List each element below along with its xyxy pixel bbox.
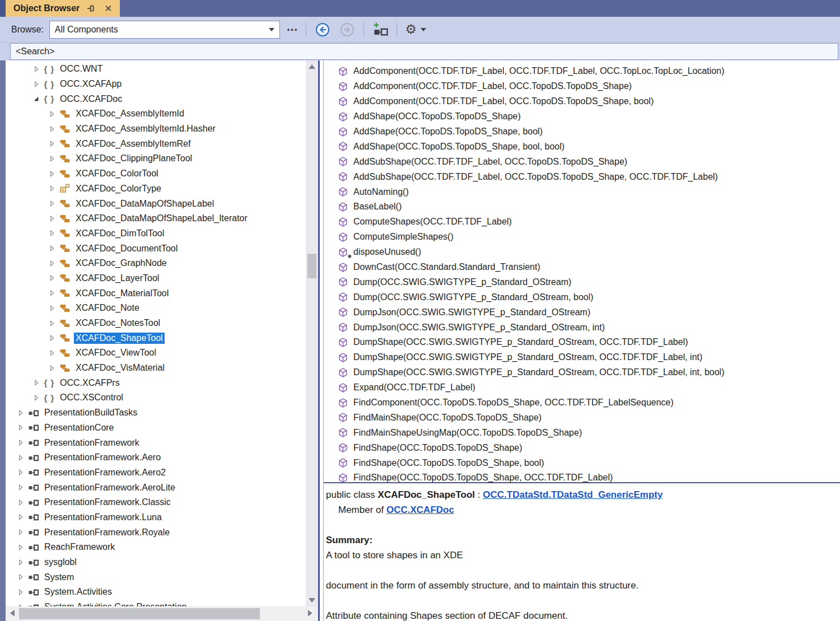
member-item[interactable]: Dump(OCC.SWIG.SWIGTYPE_p_Standard_OStrea… — [338, 290, 840, 305]
close-icon[interactable]: ✕ — [103, 3, 113, 13]
expander-collapsed-icon[interactable] — [47, 199, 56, 208]
tree-item[interactable]: { }OCC.XCAFApp — [6, 77, 306, 92]
tree-item[interactable]: XCAFDoc_NotesTool — [6, 316, 306, 331]
expander-collapsed-icon[interactable] — [31, 80, 40, 88]
expander-collapsed-icon[interactable] — [16, 453, 25, 462]
member-item[interactable]: Expand(OCC.TDF.TDF_Label) — [338, 380, 840, 395]
tree-item[interactable]: XCAFDoc_LayerTool — [6, 271, 306, 286]
member-item[interactable]: FindShape(OCC.TopoDS.TopoDS_Shape, bool) — [338, 455, 840, 470]
expander-collapsed-icon[interactable] — [47, 259, 56, 268]
tree-item[interactable]: XCAFDoc_ClippingPlaneTool — [6, 151, 306, 166]
expander-collapsed-icon[interactable] — [16, 543, 25, 552]
expander-collapsed-icon[interactable] — [16, 483, 25, 492]
scroll-left-arrow[interactable] — [10, 610, 15, 617]
tree-item[interactable]: XCAFDoc_Note — [6, 301, 306, 316]
member-item[interactable]: DownCast(OCC.Standard.Standard_Transient… — [338, 260, 840, 275]
tree-item[interactable]: { }OCC.XCAFDoc — [6, 91, 306, 106]
expander-collapsed-icon[interactable] — [47, 363, 56, 372]
navigate-back-button[interactable] — [310, 21, 335, 39]
namespace-link[interactable]: OCC.XCAFDoc — [386, 505, 454, 515]
horizontal-scrollbar-thumb[interactable] — [19, 608, 260, 619]
tree-item[interactable]: PresentationFramework.Royale — [6, 525, 306, 540]
tree-item[interactable]: XCAFDoc_DataMapOfShapeLabel — [6, 196, 306, 211]
tab-object-browser[interactable]: Object Browser ✕ — [6, 0, 120, 17]
member-item[interactable]: AddSubShape(OCC.TDF.TDF_Label, OCC.TopoD… — [338, 154, 840, 169]
tree-item[interactable]: PresentationFramework.Classic — [6, 495, 306, 510]
expander-collapsed-icon[interactable] — [47, 229, 56, 238]
expander-collapsed-icon[interactable] — [16, 498, 25, 507]
member-item[interactable]: AddShape(OCC.TopoDS.TopoDS_Shape, bool) — [338, 124, 840, 139]
member-item[interactable]: DumpJson(OCC.SWIG.SWIGTYPE_p_Standard_OS… — [338, 320, 840, 335]
expander-collapsed-icon[interactable] — [16, 603, 25, 606]
edit-custom-component-set-button[interactable]: ••• — [283, 21, 302, 39]
browse-scope-combobox[interactable]: All Components — [49, 21, 280, 39]
navigate-forward-button[interactable] — [335, 21, 360, 39]
expander-collapsed-icon[interactable] — [47, 334, 56, 343]
tree-item[interactable]: PresentationBuildTasks — [6, 405, 306, 421]
member-item[interactable]: FindComponent(OCC.TopoDS.TopoDS_Shape, O… — [338, 395, 840, 410]
scroll-down-arrow[interactable] — [309, 598, 315, 603]
tree-item[interactable]: XCAFDoc_GraphNode — [6, 256, 306, 271]
expander-collapsed-icon[interactable] — [16, 587, 25, 596]
pane-splitter[interactable] — [318, 60, 324, 621]
tree-item[interactable]: XCAFDoc_ViewTool — [6, 345, 306, 361]
member-item[interactable]: DumpShape(OCC.SWIG.SWIGTYPE_p_Standard_O… — [338, 350, 840, 365]
expander-collapsed-icon[interactable] — [47, 124, 56, 133]
tree-item[interactable]: System — [6, 569, 306, 585]
tree-item[interactable]: { }OCC.XSControl — [6, 390, 306, 405]
tree-item[interactable]: XCAFDoc_DocumentTool — [6, 241, 306, 256]
member-item[interactable]: AddSubShape(OCC.TDF.TDF_Label, OCC.TopoD… — [338, 169, 840, 184]
expander-collapsed-icon[interactable] — [16, 408, 25, 417]
tree-item[interactable]: ReachFramework — [6, 540, 306, 555]
expander-collapsed-icon[interactable] — [47, 274, 56, 283]
expander-collapsed-icon[interactable] — [47, 214, 56, 223]
expander-collapsed-icon[interactable] — [47, 154, 56, 163]
expander-collapsed-icon[interactable] — [16, 528, 25, 537]
expander-collapsed-icon[interactable] — [16, 468, 25, 477]
tree-vertical-scrollbar[interactable] — [306, 60, 318, 606]
expander-collapsed-icon[interactable] — [47, 184, 56, 193]
member-item[interactable]: BaseLabel() — [338, 199, 840, 214]
tree-item[interactable]: PresentationFramework.Aero2 — [6, 465, 306, 480]
member-item[interactable]: FindShape(OCC.TopoDS.TopoDS_Shape) — [338, 440, 840, 455]
member-item[interactable]: AddComponent(OCC.TDF.TDF_Label, OCC.Topo… — [338, 94, 840, 109]
tree-item[interactable]: XCAFDoc_ShapeTool — [6, 330, 306, 345]
member-item[interactable]: AutoNaming() — [338, 184, 840, 199]
member-item[interactable]: Dump(OCC.SWIG.SWIGTYPE_p_Standard_OStrea… — [338, 274, 840, 290]
tree-item[interactable]: sysglobl — [6, 555, 306, 570]
member-item[interactable]: FindMainShape(OCC.TopoDS.TopoDS_Shape) — [338, 410, 840, 425]
member-item[interactable]: AddShape(OCC.TopoDS.TopoDS_Shape, bool, … — [338, 139, 840, 154]
tree-item[interactable]: PresentationFramework.Aero — [6, 450, 306, 465]
tree-item[interactable]: XCAFDoc_AssemblyItemId — [6, 106, 306, 122]
expander-collapsed-icon[interactable] — [47, 304, 56, 312]
expander-collapsed-icon[interactable] — [47, 109, 56, 118]
expander-collapsed-icon[interactable] — [16, 423, 25, 432]
pin-icon[interactable] — [86, 3, 96, 13]
expander-collapsed-icon[interactable] — [31, 379, 40, 387]
vertical-scrollbar-thumb[interactable] — [307, 254, 316, 278]
expander-expanded-icon[interactable] — [31, 95, 40, 104]
expander-collapsed-icon[interactable] — [47, 169, 56, 178]
base-class-link[interactable]: OCC.TDataStd.TDataStd_GenericEmpty — [483, 489, 662, 500]
tree-item[interactable]: XCAFDoc_ColorTool — [6, 166, 306, 181]
expander-collapsed-icon[interactable] — [31, 64, 40, 73]
expander-collapsed-icon[interactable] — [47, 244, 56, 253]
tree-item[interactable]: System.Activities — [6, 585, 306, 600]
tree-item[interactable]: { }OCC.WNT — [6, 62, 306, 77]
expander-collapsed-icon[interactable] — [47, 348, 56, 357]
expander-collapsed-icon[interactable] — [47, 139, 56, 148]
expander-collapsed-icon[interactable] — [16, 573, 25, 582]
tree-item[interactable]: XCAFDoc_AssemblyItemRef — [6, 136, 306, 151]
tree-item[interactable]: PresentationFramework.AeroLite — [6, 480, 306, 495]
tree-item[interactable]: XCAFDoc_DataMapOfShapeLabel_Iterator — [6, 211, 306, 226]
tree-item[interactable]: { }OCC.XCAFPrs — [6, 375, 306, 390]
expander-collapsed-icon[interactable] — [16, 438, 25, 447]
tree-horizontal-scrollbar[interactable] — [6, 606, 318, 621]
tree-item[interactable]: XCAFDoc_MaterialTool — [6, 286, 306, 301]
member-item[interactable]: ComputeSimpleShapes() — [338, 230, 840, 245]
member-item[interactable]: DumpShape(OCC.SWIG.SWIGTYPE_p_Standard_O… — [338, 365, 840, 380]
member-item[interactable]: AddComponent(OCC.TDF.TDF_Label, OCC.Topo… — [338, 79, 840, 94]
tree-item[interactable]: PresentationFramework.Luna — [6, 510, 306, 525]
search-input[interactable]: <Search> — [10, 43, 838, 60]
member-item[interactable]: FindMainShapeUsingMap(OCC.TopoDS.TopoDS_… — [338, 425, 840, 440]
